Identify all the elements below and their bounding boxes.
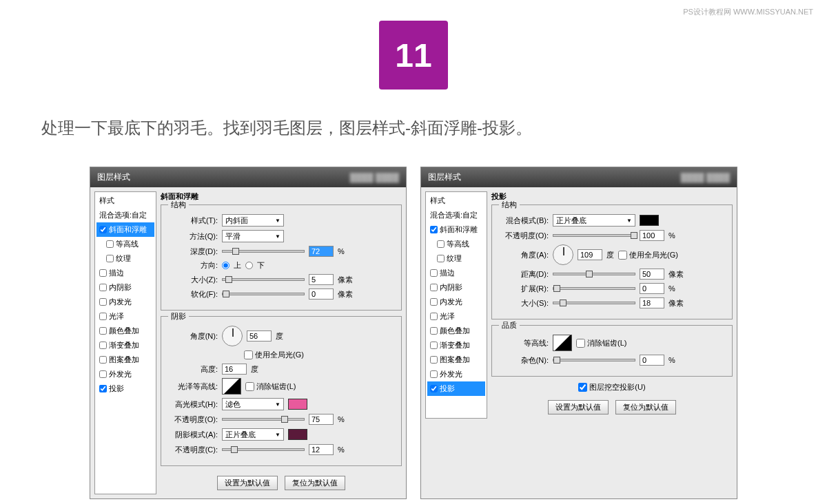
size-slider[interactable] — [553, 302, 635, 304]
blur-region: ████ ████ — [350, 173, 399, 182]
noise-input[interactable]: 0 — [640, 355, 664, 366]
spread-input[interactable]: 0 — [640, 283, 664, 294]
sidebar-item-inner-shadow[interactable]: 内阴影 — [96, 280, 154, 295]
set-default-button[interactable]: 设置为默认值 — [217, 476, 278, 490]
sidebar-item-stroke[interactable]: 描边 — [427, 266, 485, 280]
checkbox[interactable] — [430, 356, 438, 364]
checkbox[interactable] — [99, 342, 107, 349]
highlight-op-slider[interactable] — [222, 418, 305, 421]
set-default-button[interactable]: 设置为默认值 — [548, 400, 609, 414]
size-slider[interactable] — [222, 278, 305, 281]
antialias-checkbox[interactable] — [576, 339, 585, 348]
sidebar-item-pattern-overlay[interactable]: 图案叠加 — [427, 353, 485, 367]
checkbox[interactable] — [99, 298, 107, 306]
angle-dial[interactable] — [222, 326, 243, 346]
checkbox[interactable] — [430, 385, 438, 392]
highlight-op-input[interactable]: 75 — [309, 414, 334, 425]
sidebar-item-contour[interactable]: 等高线 — [427, 237, 485, 251]
sidebar-item-outer-glow[interactable]: 外发光 — [427, 367, 485, 381]
checkbox[interactable] — [430, 342, 438, 349]
dir-down-radio[interactable] — [245, 262, 253, 269]
distance-input[interactable]: 50 — [640, 269, 664, 280]
soften-input[interactable]: 0 — [309, 288, 334, 300]
sidebar-item-drop-shadow[interactable]: 投影 — [427, 381, 485, 396]
shadow-op-slider[interactable] — [222, 448, 305, 451]
method-dropdown[interactable]: 平滑 — [222, 230, 284, 242]
depth-input[interactable]: 72 — [309, 246, 334, 257]
sidebar-item-satin[interactable]: 光泽 — [427, 309, 485, 324]
angle-input[interactable]: 109 — [578, 249, 602, 260]
sidebar-item-gradient-overlay[interactable]: 渐变叠加 — [427, 338, 485, 353]
checkbox[interactable] — [430, 269, 438, 277]
checkbox[interactable] — [99, 313, 107, 320]
sidebar-item-gradient-overlay[interactable]: 渐变叠加 — [96, 338, 154, 353]
size-input[interactable]: 18 — [640, 297, 664, 308]
global-light-checkbox[interactable] — [618, 251, 627, 260]
shadow-color-swatch[interactable] — [640, 215, 659, 226]
global-light-checkbox[interactable] — [244, 350, 253, 359]
sidebar-label: 外发光 — [109, 369, 132, 379]
sidebar-item-bevel[interactable]: 斜面和浮雕 — [427, 222, 485, 237]
checkbox[interactable] — [99, 370, 107, 378]
sidebar-item-pattern-overlay[interactable]: 图案叠加 — [96, 353, 154, 367]
checkbox[interactable] — [99, 327, 107, 335]
sidebar-item-bevel[interactable]: 斜面和浮雕 — [96, 222, 154, 237]
opacity-input[interactable]: 100 — [640, 230, 664, 241]
shadow-op-input[interactable]: 12 — [309, 444, 334, 455]
dir-up-radio[interactable] — [222, 262, 229, 269]
sidebar-item-inner-shadow[interactable]: 内阴影 — [427, 280, 485, 295]
sidebar-item-stroke[interactable]: 描边 — [96, 266, 154, 280]
style-dropdown[interactable]: 内斜面 — [222, 214, 284, 227]
depth-slider[interactable] — [222, 250, 305, 253]
checkbox[interactable] — [437, 240, 445, 248]
size-input[interactable]: 5 — [309, 274, 334, 285]
checkbox[interactable] — [99, 385, 107, 392]
checkbox[interactable] — [430, 284, 438, 291]
checkbox[interactable] — [99, 269, 107, 277]
sidebar-item-texture[interactable]: 纹理 — [96, 251, 154, 266]
altitude-input[interactable]: 16 — [222, 364, 247, 375]
sidebar-item-inner-glow[interactable]: 内发光 — [427, 295, 485, 309]
checkbox[interactable] — [99, 226, 107, 233]
checkbox[interactable] — [437, 255, 445, 262]
knockout-checkbox[interactable] — [578, 383, 587, 392]
sidebar-item-inner-glow[interactable]: 内发光 — [96, 295, 154, 309]
sidebar-blend[interactable]: 混合选项:自定 — [96, 208, 154, 222]
highlight-color-swatch[interactable] — [288, 399, 307, 410]
highlight-mode-dropdown[interactable]: 滤色 — [222, 398, 284, 410]
sidebar-item-texture[interactable]: 纹理 — [427, 251, 485, 266]
checkbox[interactable] — [106, 240, 114, 248]
soften-slider[interactable] — [222, 293, 305, 295]
distance-slider[interactable] — [553, 273, 635, 275]
angle-input[interactable]: 56 — [247, 330, 272, 342]
sidebar-item-color-overlay[interactable]: 颜色叠加 — [427, 324, 485, 338]
sidebar-item-color-overlay[interactable]: 颜色叠加 — [96, 324, 154, 338]
blend-mode-dropdown[interactable]: 正片叠底 — [553, 214, 635, 227]
shadow-color-swatch[interactable] — [288, 429, 307, 440]
checkbox[interactable] — [99, 284, 107, 291]
opacity-slider[interactable] — [553, 234, 635, 237]
sidebar-item-contour[interactable]: 等高线 — [96, 237, 154, 251]
sidebar-label: 等高线 — [116, 239, 139, 249]
contour-picker[interactable] — [222, 378, 241, 395]
checkbox[interactable] — [430, 327, 438, 335]
reset-default-button[interactable]: 复位为默认值 — [285, 476, 345, 490]
sidebar-blend[interactable]: 混合选项:自定 — [427, 208, 485, 222]
noise-slider[interactable] — [553, 359, 635, 361]
checkbox[interactable] — [430, 370, 438, 378]
sidebar-item-satin[interactable]: 光泽 — [96, 309, 154, 324]
checkbox[interactable] — [106, 255, 114, 262]
contour-picker[interactable] — [553, 335, 572, 351]
checkbox[interactable] — [99, 356, 107, 364]
antialias-checkbox[interactable] — [245, 382, 254, 391]
angle-dial[interactable] — [553, 244, 573, 265]
checkbox[interactable] — [430, 313, 438, 320]
sidebar-item-drop-shadow[interactable]: 投影 — [96, 381, 154, 396]
checkbox[interactable] — [430, 226, 438, 233]
shading-group: 阴影 角度(N):56度 使用全局光(G) 高度:16度 光泽等高线:消除锯齿(… — [161, 316, 402, 466]
spread-slider[interactable] — [553, 287, 635, 290]
checkbox[interactable] — [430, 298, 438, 306]
sidebar-item-outer-glow[interactable]: 外发光 — [96, 367, 154, 381]
shadow-mode-dropdown[interactable]: 正片叠底 — [222, 428, 284, 441]
reset-default-button[interactable]: 复位为默认值 — [615, 400, 676, 414]
